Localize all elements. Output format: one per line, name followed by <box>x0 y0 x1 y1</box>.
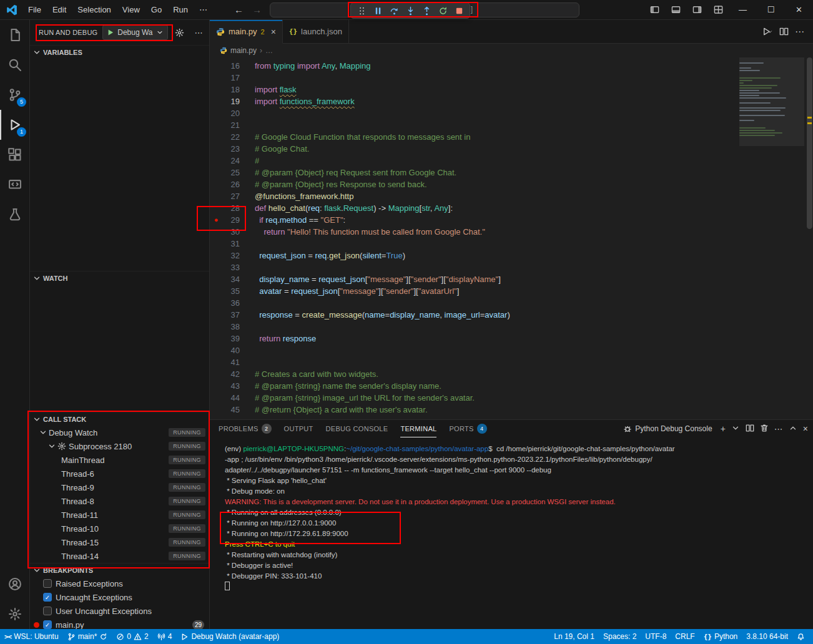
status-language-mode[interactable]: {}Python <box>699 629 742 644</box>
gutter[interactable] <box>210 107 222 119</box>
line-number[interactable]: 42 <box>222 368 240 380</box>
activity-settings[interactable] <box>0 599 29 629</box>
code-line-41[interactable]: 41 <box>210 356 813 368</box>
code-line-35[interactable]: 35 avatar = request_json["message"]["sen… <box>210 285 813 297</box>
gutter[interactable] <box>210 95 222 107</box>
chevron-down-icon[interactable] <box>47 442 56 451</box>
line-number[interactable]: 28 <box>222 202 240 214</box>
toggle-primary-sidebar-button[interactable] <box>644 1 665 19</box>
line-number[interactable]: 24 <box>222 155 240 167</box>
call-stack-row[interactable]: Thread-9RUNNING <box>30 481 209 494</box>
status-indentation[interactable]: Spaces: 2 <box>599 629 641 644</box>
code-line-39[interactable]: 39 return response <box>210 333 813 344</box>
gutter[interactable] <box>210 72 222 84</box>
split-terminal-button[interactable] <box>746 424 754 434</box>
code-line-45[interactable]: 45# @return {Object} a card with the use… <box>210 404 813 416</box>
status-python-interpreter[interactable]: 3.8.10 64-bit <box>742 629 792 644</box>
variables-section-header[interactable]: VARIABLES <box>30 45 209 59</box>
views-more-actions[interactable]: ⋯ <box>192 26 205 39</box>
gutter[interactable] <box>210 167 222 178</box>
code-line-38[interactable]: 38 <box>210 321 813 333</box>
line-number[interactable]: 36 <box>222 297 240 309</box>
gutter[interactable] <box>210 84 222 95</box>
status-debug-session[interactable]: Debug Watch (avatar-app) <box>176 629 283 644</box>
code-line-25[interactable]: 25# @param {Object} req Request sent fro… <box>210 167 813 178</box>
gutter[interactable] <box>210 226 222 238</box>
code-line-20[interactable]: 20 <box>210 107 813 119</box>
breakpoint-row[interactable]: ✓Uncaught Exceptions <box>30 590 209 604</box>
code-line-16[interactable]: 16from typing import Any, Mapping <box>210 60 813 72</box>
line-number[interactable]: 41 <box>222 356 240 368</box>
line-number[interactable]: 26 <box>222 178 240 190</box>
open-launch-json-button[interactable] <box>173 26 187 39</box>
code-line-23[interactable]: 23# Google Chat. <box>210 143 813 155</box>
toggle-panel-button[interactable] <box>665 1 686 19</box>
chevron-down-icon[interactable] <box>767 29 773 35</box>
breadcrumb-symbol[interactable]: … <box>265 46 273 55</box>
code-line-18[interactable]: 18import flask <box>210 84 813 95</box>
status-git-branch[interactable]: main* <box>63 629 112 644</box>
scrollbar-thumb[interactable] <box>807 57 812 229</box>
gutter[interactable] <box>210 178 222 190</box>
activity-testing[interactable] <box>0 200 29 230</box>
watch-section-header[interactable]: WATCH <box>30 271 209 285</box>
gutter[interactable] <box>210 250 222 261</box>
menu-selection[interactable]: Selection <box>72 1 116 19</box>
code-line-42[interactable]: 42# Creates a card with two widgets. <box>210 368 813 380</box>
gutter[interactable] <box>210 119 222 131</box>
status-encoding[interactable]: UTF-8 <box>641 629 671 644</box>
code-line-27[interactable]: 27@functions_framework.http <box>210 190 813 202</box>
breakpoint-row[interactable]: ✓main.py29 <box>30 618 209 629</box>
breadcrumb[interactable]: main.py › … <box>210 44 813 57</box>
code-line-30[interactable]: 30 return "Hello! This function must be … <box>210 226 813 238</box>
gutter[interactable] <box>210 321 222 333</box>
gutter[interactable] <box>210 155 222 167</box>
line-number[interactable]: 33 <box>222 261 240 273</box>
breakpoint-row[interactable]: Raised Exceptions <box>30 577 209 590</box>
chevron-down-icon[interactable] <box>39 428 47 437</box>
panel-tab-output[interactable]: OUTPUT <box>284 420 313 437</box>
activity-explorer[interactable] <box>0 20 29 50</box>
status-problems-summary[interactable]: 02 <box>112 629 152 644</box>
new-terminal-button[interactable]: + <box>721 424 726 433</box>
step-out-button[interactable] <box>419 4 434 17</box>
panel-tab-ports[interactable]: PORTS4 <box>449 420 486 437</box>
start-debug-icon[interactable] <box>107 29 114 36</box>
line-number[interactable]: 39 <box>222 333 240 344</box>
menu-edit[interactable]: Edit <box>47 1 72 19</box>
minimize-button[interactable]: — <box>729 0 757 19</box>
menu-more[interactable]: ⋯ <box>194 1 213 19</box>
line-number[interactable]: 23 <box>222 143 240 155</box>
line-number[interactable]: 27 <box>222 190 240 202</box>
line-number[interactable]: 30 <box>222 226 240 238</box>
panel-tab-terminal[interactable]: TERMINAL <box>400 420 436 437</box>
call-stack-row[interactable]: MainThreadRUNNING <box>30 453 209 467</box>
menu-go[interactable]: Go <box>145 1 167 19</box>
gutter[interactable] <box>210 202 222 214</box>
editor-scrollbar[interactable] <box>806 57 813 419</box>
gutter[interactable] <box>210 238 222 250</box>
toggle-secondary-sidebar-button[interactable] <box>686 1 707 19</box>
gutter[interactable] <box>210 297 222 309</box>
call-stack-row[interactable]: Thread-6RUNNING <box>30 467 209 481</box>
line-number[interactable]: 20 <box>222 107 240 119</box>
call-stack-row[interactable]: Thread-11RUNNING <box>30 508 209 522</box>
code-line-32[interactable]: 32 request_json = req.get_json(silent=Tr… <box>210 250 813 261</box>
gutter[interactable] <box>210 333 222 344</box>
code-editor[interactable]: 16from typing import Any, Mapping1718imp… <box>210 57 813 419</box>
line-number[interactable]: 35 <box>222 285 240 297</box>
gutter[interactable] <box>210 190 222 202</box>
status-remote-indicator[interactable]: ><WSL: Ubuntu <box>0 629 63 644</box>
line-number[interactable]: 17 <box>222 72 240 84</box>
code-line-34[interactable]: 34 display_name = request_json["message"… <box>210 273 813 285</box>
line-number[interactable]: 18 <box>222 84 240 95</box>
debug-config-picker[interactable]: Debug Wa <box>102 25 167 40</box>
back-arrow-icon[interactable]: ← <box>234 4 244 15</box>
gutter[interactable] <box>210 380 222 392</box>
call-stack-row[interactable]: Thread-14RUNNING <box>30 549 209 563</box>
line-number[interactable]: 38 <box>222 321 240 333</box>
forward-arrow-icon[interactable]: → <box>252 4 262 15</box>
maximize-panel-button[interactable] <box>789 424 797 434</box>
line-number[interactable]: 21 <box>222 119 240 131</box>
code-line-37[interactable]: 37 response = create_message(name=displa… <box>210 309 813 321</box>
